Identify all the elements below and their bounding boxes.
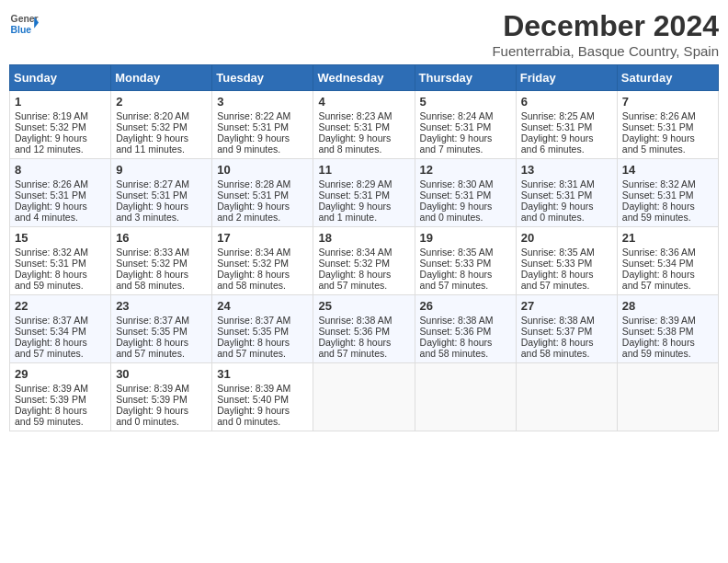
sunrise-text: Sunrise: 8:27 AM — [116, 178, 189, 190]
sunrise-text: Sunrise: 8:22 AM — [217, 110, 290, 121]
sunset-text: Sunset: 5:36 PM — [420, 326, 492, 337]
svg-text:Blue: Blue — [11, 25, 32, 35]
sunrise-text: Sunrise: 8:39 AM — [622, 315, 696, 326]
table-row: 20 Sunrise: 8:35 AM Sunset: 5:33 PM Dayl… — [516, 227, 617, 295]
col-wednesday: Wednesday — [313, 65, 415, 91]
col-saturday: Saturday — [617, 65, 718, 91]
daylight-text: Daylight: 9 hours and 3 minutes. — [116, 201, 188, 223]
header: General Blue December 2024 Fuenterrabia,… — [9, 9, 719, 59]
daylight-text: Daylight: 8 hours and 57 minutes. — [521, 269, 594, 291]
table-row: 7 Sunrise: 8:26 AM Sunset: 5:31 PM Dayli… — [617, 91, 718, 159]
sunset-text: Sunset: 5:31 PM — [15, 258, 86, 269]
table-row: 16 Sunrise: 8:33 AM Sunset: 5:32 PM Dayl… — [111, 227, 212, 295]
daylight-text: Daylight: 8 hours and 59 minutes. — [15, 269, 87, 291]
table-row: 4 Sunrise: 8:23 AM Sunset: 5:31 PM Dayli… — [313, 91, 415, 159]
sunset-text: Sunset: 5:32 PM — [318, 258, 390, 269]
day-number: 13 — [521, 163, 612, 177]
calendar-header-row: Sunday Monday Tuesday Wednesday Thursday… — [10, 65, 719, 91]
daylight-text: Daylight: 9 hours and 11 minutes. — [116, 132, 188, 155]
sunset-text: Sunset: 5:32 PM — [15, 121, 86, 132]
day-number: 25 — [318, 299, 409, 313]
sunset-text: Sunset: 5:32 PM — [116, 121, 188, 132]
daylight-text: Daylight: 9 hours and 4 minutes. — [15, 201, 87, 223]
sunset-text: Sunset: 5:31 PM — [15, 190, 86, 201]
daylight-text: Daylight: 8 hours and 58 minutes. — [521, 337, 594, 359]
sunset-text: Sunset: 5:35 PM — [116, 326, 188, 337]
sunrise-text: Sunrise: 8:37 AM — [15, 315, 88, 326]
sunrise-text: Sunrise: 8:24 AM — [420, 110, 494, 121]
table-row — [516, 363, 617, 431]
sunset-text: Sunset: 5:31 PM — [217, 190, 289, 201]
sunrise-text: Sunrise: 8:34 AM — [318, 247, 392, 258]
table-row: 19 Sunrise: 8:35 AM Sunset: 5:33 PM Dayl… — [415, 227, 516, 295]
table-row: 26 Sunrise: 8:38 AM Sunset: 5:36 PM Dayl… — [415, 295, 516, 363]
table-row: 27 Sunrise: 8:38 AM Sunset: 5:37 PM Dayl… — [516, 295, 617, 363]
sunset-text: Sunset: 5:31 PM — [420, 190, 492, 201]
day-number: 2 — [116, 95, 207, 109]
daylight-text: Daylight: 8 hours and 58 minutes. — [217, 269, 290, 291]
title-block: December 2024 Fuenterrabia, Basque Count… — [492, 9, 719, 59]
sunrise-text: Sunrise: 8:34 AM — [217, 247, 290, 258]
table-row: 30 Sunrise: 8:39 AM Sunset: 5:39 PM Dayl… — [111, 363, 212, 431]
col-friday: Friday — [516, 65, 617, 91]
table-row: 14 Sunrise: 8:32 AM Sunset: 5:31 PM Dayl… — [617, 159, 718, 227]
calendar-week-row: 29 Sunrise: 8:39 AM Sunset: 5:39 PM Dayl… — [10, 363, 719, 431]
sunset-text: Sunset: 5:34 PM — [15, 326, 86, 337]
sunrise-text: Sunrise: 8:20 AM — [116, 110, 189, 121]
daylight-text: Daylight: 8 hours and 58 minutes. — [420, 337, 493, 359]
daylight-text: Daylight: 8 hours and 57 minutes. — [217, 337, 290, 359]
page-container: General Blue December 2024 Fuenterrabia,… — [9, 9, 719, 431]
day-number: 29 — [15, 367, 106, 381]
sunset-text: Sunset: 5:31 PM — [521, 190, 593, 201]
daylight-text: Daylight: 8 hours and 57 minutes. — [318, 337, 391, 359]
table-row: 13 Sunrise: 8:31 AM Sunset: 5:31 PM Dayl… — [516, 159, 617, 227]
table-row: 9 Sunrise: 8:27 AM Sunset: 5:31 PM Dayli… — [111, 159, 212, 227]
col-thursday: Thursday — [415, 65, 516, 91]
day-number: 12 — [420, 163, 511, 177]
sunset-text: Sunset: 5:31 PM — [420, 121, 492, 132]
daylight-text: Daylight: 9 hours and 8 minutes. — [318, 132, 391, 155]
sunrise-text: Sunrise: 8:29 AM — [318, 178, 392, 190]
logo: General Blue — [9, 9, 39, 39]
col-monday: Monday — [111, 65, 212, 91]
table-row: 15 Sunrise: 8:32 AM Sunset: 5:31 PM Dayl… — [10, 227, 111, 295]
sunrise-text: Sunrise: 8:32 AM — [622, 178, 696, 190]
sunrise-text: Sunrise: 8:28 AM — [217, 178, 290, 190]
day-number: 21 — [622, 231, 713, 245]
daylight-text: Daylight: 8 hours and 57 minutes. — [15, 337, 87, 359]
day-number: 24 — [217, 299, 308, 313]
daylight-text: Daylight: 8 hours and 57 minutes. — [318, 269, 391, 291]
day-number: 1 — [15, 95, 106, 109]
day-number: 3 — [217, 95, 308, 109]
sunset-text: Sunset: 5:31 PM — [622, 190, 694, 201]
sunset-text: Sunset: 5:31 PM — [318, 121, 390, 132]
table-row: 18 Sunrise: 8:34 AM Sunset: 5:32 PM Dayl… — [313, 227, 415, 295]
table-row: 1 Sunrise: 8:19 AM Sunset: 5:32 PM Dayli… — [10, 91, 111, 159]
sunrise-text: Sunrise: 8:38 AM — [318, 315, 392, 326]
calendar-week-row: 8 Sunrise: 8:26 AM Sunset: 5:31 PM Dayli… — [10, 159, 719, 227]
table-row: 31 Sunrise: 8:39 AM Sunset: 5:40 PM Dayl… — [212, 363, 313, 431]
daylight-text: Daylight: 9 hours and 0 minutes. — [521, 201, 594, 223]
table-row: 12 Sunrise: 8:30 AM Sunset: 5:31 PM Dayl… — [415, 159, 516, 227]
daylight-text: Daylight: 8 hours and 57 minutes. — [116, 337, 188, 359]
sunrise-text: Sunrise: 8:35 AM — [521, 247, 595, 258]
sunrise-text: Sunrise: 8:35 AM — [420, 247, 494, 258]
sunrise-text: Sunrise: 8:39 AM — [15, 383, 88, 394]
day-number: 28 — [622, 299, 713, 313]
sunrise-text: Sunrise: 8:37 AM — [116, 315, 189, 326]
sunrise-text: Sunrise: 8:36 AM — [622, 247, 696, 258]
table-row: 29 Sunrise: 8:39 AM Sunset: 5:39 PM Dayl… — [10, 363, 111, 431]
sunrise-text: Sunrise: 8:38 AM — [420, 315, 494, 326]
table-row: 3 Sunrise: 8:22 AM Sunset: 5:31 PM Dayli… — [212, 91, 313, 159]
daylight-text: Daylight: 8 hours and 59 minutes. — [622, 337, 695, 359]
col-tuesday: Tuesday — [212, 65, 313, 91]
day-number: 22 — [15, 299, 106, 313]
day-number: 5 — [420, 95, 511, 109]
daylight-text: Daylight: 8 hours and 59 minutes. — [622, 201, 695, 223]
calendar-week-row: 15 Sunrise: 8:32 AM Sunset: 5:31 PM Dayl… — [10, 227, 719, 295]
daylight-text: Daylight: 8 hours and 57 minutes. — [420, 269, 493, 291]
sunrise-text: Sunrise: 8:26 AM — [15, 178, 88, 190]
day-number: 11 — [318, 163, 409, 177]
sunrise-text: Sunrise: 8:25 AM — [521, 110, 595, 121]
sunset-text: Sunset: 5:31 PM — [521, 121, 593, 132]
